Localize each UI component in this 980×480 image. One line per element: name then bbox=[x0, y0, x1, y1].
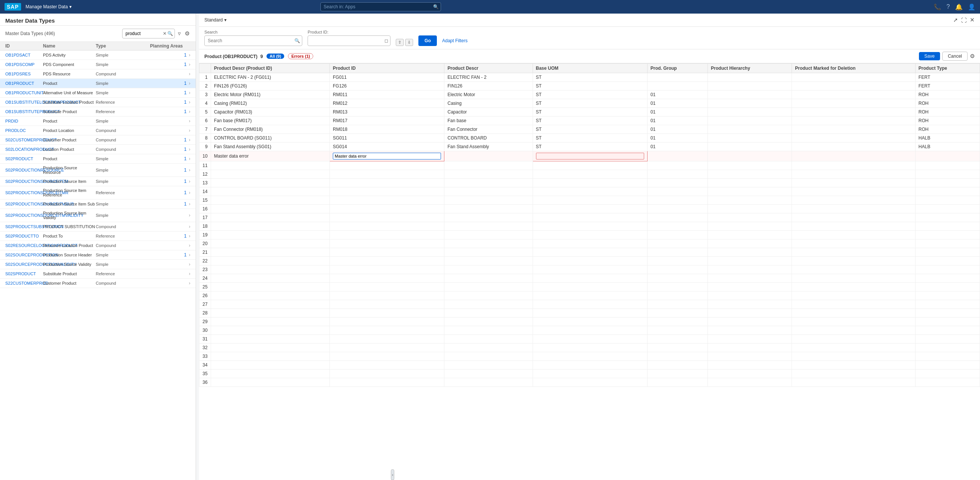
prev-arrow-button[interactable]: ⇧ bbox=[396, 39, 404, 46]
table-cell[interactable]: CONTROL BOARD bbox=[444, 134, 533, 142]
table-cell[interactable]: ROH bbox=[915, 116, 980, 125]
master-data-id[interactable]: S22CUSTOMERPROD bbox=[5, 281, 43, 285]
master-data-id[interactable]: PRDID bbox=[5, 119, 43, 123]
master-data-id[interactable]: OB1PDSRES bbox=[5, 72, 43, 76]
expand-icon[interactable]: ⛶ bbox=[961, 17, 967, 23]
list-item[interactable]: OB1PRODUCT Product Simple 1 › bbox=[0, 79, 196, 88]
list-item[interactable]: S02SOURCEPRODUCTION Production Source He… bbox=[0, 250, 196, 260]
master-data-id[interactable]: S02PRODUCTIONRESOURCE bbox=[5, 168, 43, 172]
table-cell[interactable] bbox=[708, 108, 792, 116]
standard-dropdown[interactable]: Standard ▾ bbox=[204, 18, 226, 22]
search-icon[interactable]: 🔍 bbox=[294, 38, 300, 43]
table-cell[interactable]: 01 bbox=[647, 91, 708, 99]
list-item[interactable]: OB1PDSACT PDS Activity Simple 1 › bbox=[0, 51, 196, 60]
global-search-input[interactable] bbox=[320, 2, 441, 11]
table-cell[interactable]: Master data error bbox=[211, 151, 329, 161]
bell-icon[interactable]: 🔔 bbox=[955, 3, 963, 11]
list-item[interactable]: S22CUSTOMERPROD Customer Product Compoun… bbox=[0, 279, 196, 288]
table-cell[interactable]: FERT bbox=[915, 82, 980, 91]
table-cell[interactable]: 01 bbox=[647, 99, 708, 108]
table-cell[interactable]: 01 bbox=[647, 142, 708, 151]
table-cell[interactable] bbox=[330, 151, 444, 161]
table-settings-icon[interactable]: ⚙ bbox=[970, 53, 975, 60]
table-cell[interactable] bbox=[792, 73, 916, 82]
list-item[interactable]: OB1SUBSTITUTEPRODUCT Substitute Product … bbox=[0, 107, 196, 116]
table-cell[interactable] bbox=[647, 82, 708, 91]
master-data-id[interactable]: S02PRODUCTTO bbox=[5, 234, 43, 238]
table-cell[interactable]: 01 bbox=[647, 125, 708, 134]
table-cell[interactable]: RM018 bbox=[330, 125, 444, 134]
table-cell[interactable]: Electric Motor (RM011) bbox=[211, 91, 329, 99]
list-item[interactable]: OB1PRODUCTUNIT Alternative Unit of Measu… bbox=[0, 88, 196, 98]
table-cell[interactable]: 01 bbox=[647, 116, 708, 125]
table-cell[interactable] bbox=[792, 116, 916, 125]
table-cell[interactable] bbox=[647, 73, 708, 82]
master-data-id[interactable]: S02PRODUCTIONSOURCEITEM bbox=[5, 179, 43, 183]
next-arrow-button[interactable]: ⇩ bbox=[405, 39, 413, 46]
table-cell[interactable]: ST bbox=[533, 134, 647, 142]
list-item[interactable]: OB1PDSRES PDS Resource Compound › bbox=[0, 69, 196, 79]
master-data-id[interactable]: S02SPRODUCT bbox=[5, 271, 43, 276]
table-cell[interactable]: RM012 bbox=[330, 99, 444, 108]
list-item[interactable]: S02LOCATIONPRODUCT Location Product Comp… bbox=[0, 145, 196, 154]
table-cell[interactable] bbox=[708, 91, 792, 99]
list-item[interactable]: PRDID Product Simple › bbox=[0, 116, 196, 126]
table-cell[interactable]: SG011 bbox=[330, 134, 444, 142]
master-data-id[interactable]: S02PRODUCT bbox=[5, 156, 43, 161]
clear-icon[interactable]: ✕ bbox=[163, 31, 167, 36]
product-id-input[interactable] bbox=[307, 35, 390, 46]
master-data-id[interactable]: S02SOURCEPRODUCTIONVALIDITY bbox=[5, 262, 43, 266]
search-icon[interactable]: 🔍 bbox=[167, 31, 173, 36]
all-badge[interactable]: All (9) bbox=[266, 54, 284, 59]
list-item[interactable]: S02SPRODUCT Substitute Product Reference… bbox=[0, 269, 196, 279]
table-cell[interactable]: ST bbox=[533, 142, 647, 151]
table-cell[interactable]: RM013 bbox=[330, 108, 444, 116]
table-cell[interactable]: FIN126 (FG126) bbox=[211, 82, 329, 91]
table-cell[interactable]: HALB bbox=[915, 134, 980, 142]
master-data-id[interactable]: OB1PRODUCTUNIT bbox=[5, 91, 43, 95]
table-cell[interactable]: Electric Motor bbox=[444, 91, 533, 99]
table-cell[interactable]: ROH bbox=[915, 99, 980, 108]
table-cell[interactable] bbox=[792, 125, 916, 134]
master-data-id[interactable]: S02SOURCEPRODUCTION bbox=[5, 253, 43, 257]
table-cell[interactable]: Fan Connector bbox=[444, 125, 533, 134]
list-item[interactable]: S02PRODUCTIONSOURCEITEM Production Sourc… bbox=[0, 177, 196, 186]
table-cell[interactable] bbox=[708, 151, 792, 161]
table-cell[interactable]: FG126 bbox=[330, 82, 444, 91]
master-data-id[interactable]: OB1PDSACT bbox=[5, 53, 43, 57]
table-cell[interactable] bbox=[915, 151, 980, 161]
master-data-id[interactable]: OB1PRODUCT bbox=[5, 81, 43, 86]
left-search-input[interactable] bbox=[122, 29, 175, 38]
save-button[interactable]: Save bbox=[919, 52, 940, 60]
master-data-id[interactable]: S02CUSTOMERPRODUCT bbox=[5, 138, 43, 142]
table-cell[interactable]: Capacitor (RM013) bbox=[211, 108, 329, 116]
list-item[interactable]: S02PRODUCTIONRESOURCE Production Source … bbox=[0, 164, 196, 177]
master-data-id[interactable]: OB1SUBSTITUTEPRODUCT bbox=[5, 109, 43, 114]
base-uom-error-input[interactable] bbox=[536, 153, 644, 159]
table-cell[interactable] bbox=[708, 116, 792, 125]
table-cell[interactable]: Casing (RM012) bbox=[211, 99, 329, 108]
master-data-id[interactable]: S02PRODUCTIONSOURCEITMVALIDITY bbox=[5, 213, 43, 218]
list-item[interactable]: OB1PDSCOMP PDS Component Simple 1 › bbox=[0, 60, 196, 69]
table-cell[interactable] bbox=[792, 91, 916, 99]
table-cell[interactable]: ROH bbox=[915, 91, 980, 99]
table-cell[interactable]: ELECTRIC FAN - 2 (FG011) bbox=[211, 73, 329, 82]
search-input[interactable] bbox=[204, 35, 302, 46]
help-icon[interactable]: ? bbox=[947, 3, 950, 10]
list-item[interactable]: S02PRODUCT Product Simple 1 › bbox=[0, 154, 196, 164]
list-item[interactable]: S02RESOURCELOCATIONPRODUCT Resource Loca… bbox=[0, 241, 196, 250]
phone-icon[interactable]: 📞 bbox=[934, 3, 941, 11]
table-cell[interactable] bbox=[708, 142, 792, 151]
table-cell[interactable]: Casing bbox=[444, 99, 533, 108]
list-item[interactable]: S02PRODUCTTO Product To Reference 1 › bbox=[0, 231, 196, 241]
master-data-id[interactable]: S02PRODUCTSUBSTITUTION bbox=[5, 224, 43, 229]
filter-button[interactable]: ▿ bbox=[177, 29, 182, 38]
table-cell[interactable]: Capacitor bbox=[444, 108, 533, 116]
table-cell[interactable]: ROH bbox=[915, 125, 980, 134]
table-cell[interactable] bbox=[708, 125, 792, 134]
master-data-id[interactable]: S02RESOURCELOCATIONPRODUCT bbox=[5, 243, 43, 248]
list-item[interactable]: PRODLOC Product Location Compound › bbox=[0, 126, 196, 136]
table-cell[interactable]: FIN126 bbox=[444, 82, 533, 91]
list-item[interactable]: S02PRODUCTIONSOURCEITMSUB Production Sou… bbox=[0, 199, 196, 209]
adapt-filters-button[interactable]: Adapt Filters bbox=[440, 38, 469, 43]
